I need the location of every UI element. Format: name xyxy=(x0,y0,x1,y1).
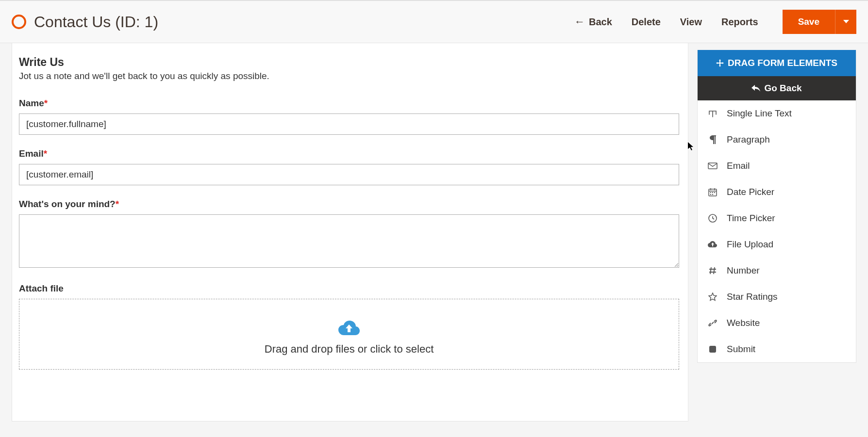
element-file-upload[interactable]: File Upload xyxy=(698,231,856,258)
view-label: View xyxy=(680,16,702,28)
header-actions: ← Back Delete View Reports Save xyxy=(574,10,856,34)
calendar-icon xyxy=(707,188,718,196)
mind-label-text: What's on your mind? xyxy=(19,199,116,209)
field-attach: Attach file Drag and drop files or click… xyxy=(19,283,679,370)
sidebar-header: DRAG FORM ELEMENTS xyxy=(698,50,856,76)
element-paragraph[interactable]: Paragraph xyxy=(698,127,856,153)
back-label: Back xyxy=(589,16,612,28)
required-marker: * xyxy=(44,148,47,159)
cloud-upload-icon xyxy=(29,320,669,338)
file-dropzone[interactable]: Drag and drop files or click to select xyxy=(19,299,679,370)
name-label: Name* xyxy=(19,98,679,109)
element-label: Website xyxy=(727,318,760,328)
element-label: Submit xyxy=(727,344,755,355)
form-canvas: Write Us Jot us a note and we'll get bac… xyxy=(12,43,688,421)
element-single-line-text[interactable]: Single Line Text xyxy=(698,100,856,127)
move-icon xyxy=(716,59,724,67)
svg-rect-8 xyxy=(709,346,716,353)
page-title: Contact Us (ID: 1) xyxy=(34,13,574,31)
element-label: Single Line Text xyxy=(727,108,792,119)
content: Write Us Jot us a note and we'll get bac… xyxy=(0,43,868,421)
svg-rect-3 xyxy=(712,192,713,193)
chevron-down-icon xyxy=(843,20,849,24)
attach-label-text: Attach file xyxy=(19,283,64,293)
link-icon xyxy=(707,319,718,327)
delete-button[interactable]: Delete xyxy=(632,16,661,28)
name-label-text: Name xyxy=(19,98,44,108)
element-website[interactable]: Website xyxy=(698,310,856,336)
reports-label: Reports xyxy=(721,16,758,28)
svg-rect-5 xyxy=(710,194,711,195)
logo-icon xyxy=(12,15,26,29)
sidebar-header-text: DRAG FORM ELEMENTS xyxy=(728,58,837,68)
element-number[interactable]: Number xyxy=(698,258,856,284)
svg-rect-4 xyxy=(714,192,715,193)
element-label: Email xyxy=(727,161,750,171)
element-label: Time Picker xyxy=(727,213,775,224)
element-label: Star Ratings xyxy=(727,291,778,302)
hash-icon xyxy=(707,267,718,275)
field-name: Name* xyxy=(19,98,679,135)
reply-icon xyxy=(751,85,760,92)
arrow-left-icon: ← xyxy=(574,16,585,28)
reports-button[interactable]: Reports xyxy=(721,16,758,28)
element-label: Date Picker xyxy=(727,187,774,197)
form-title: Write Us xyxy=(19,56,679,69)
paragraph-icon xyxy=(707,135,718,144)
back-button[interactable]: ← Back xyxy=(574,16,612,28)
email-label: Email* xyxy=(19,148,679,159)
element-star-ratings[interactable]: Star Ratings xyxy=(698,284,856,310)
dropzone-text: Drag and drop files or click to select xyxy=(29,343,669,356)
square-icon xyxy=(707,345,718,353)
page-header: Contact Us (ID: 1) ← Back Delete View Re… xyxy=(0,1,868,43)
element-email[interactable]: Email xyxy=(698,153,856,179)
delete-label: Delete xyxy=(632,16,661,28)
go-back-label: Go Back xyxy=(764,83,801,94)
required-marker: * xyxy=(44,98,48,108)
element-label: Number xyxy=(727,265,760,276)
star-icon xyxy=(707,292,718,301)
svg-rect-6 xyxy=(712,194,713,195)
svg-rect-0 xyxy=(708,163,717,169)
text-icon xyxy=(707,110,718,117)
save-group: Save xyxy=(783,10,856,34)
cursor-icon xyxy=(688,142,695,153)
email-label-text: Email xyxy=(19,148,44,159)
clock-icon xyxy=(707,214,718,223)
envelope-icon xyxy=(707,162,718,169)
view-button[interactable]: View xyxy=(680,16,702,28)
sidebar-go-back[interactable]: Go Back xyxy=(698,76,856,100)
element-time-picker[interactable]: Time Picker xyxy=(698,205,856,231)
form-subtitle: Jot us a note and we'll get back to you … xyxy=(19,71,679,81)
element-date-picker[interactable]: Date Picker xyxy=(698,179,856,205)
element-label: Paragraph xyxy=(727,134,770,145)
svg-rect-2 xyxy=(710,192,711,193)
element-label: File Upload xyxy=(727,239,773,250)
mind-label: What's on your mind?* xyxy=(19,199,679,210)
elements-sidebar: DRAG FORM ELEMENTS Go Back Single Line T… xyxy=(697,50,856,363)
save-button[interactable]: Save xyxy=(783,10,835,34)
mind-textarea[interactable] xyxy=(19,214,679,268)
upload-cloud-icon xyxy=(707,241,718,248)
name-input[interactable] xyxy=(19,113,679,135)
field-mind: What's on your mind?* xyxy=(19,199,679,270)
attach-label: Attach file xyxy=(19,283,679,294)
required-marker: * xyxy=(116,199,119,209)
email-input[interactable] xyxy=(19,164,679,185)
element-submit[interactable]: Submit xyxy=(698,336,856,362)
field-email: Email* xyxy=(19,148,679,185)
save-dropdown-button[interactable] xyxy=(835,10,856,34)
